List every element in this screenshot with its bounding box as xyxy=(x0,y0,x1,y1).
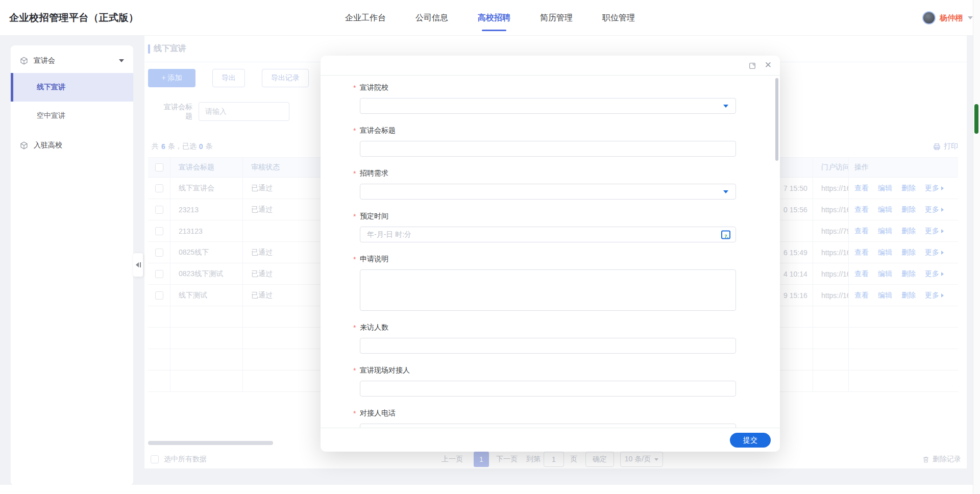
col-title: 宣讲会标题 xyxy=(170,158,243,177)
delete-records-button[interactable]: 删除记录 xyxy=(922,455,961,464)
row-action-查看[interactable]: 查看 xyxy=(854,184,869,193)
row-action-查看[interactable]: 查看 xyxy=(854,248,869,257)
page-scrollbar-thumb[interactable] xyxy=(974,104,978,134)
fullscreen-icon[interactable] xyxy=(748,62,756,71)
row-action-查看[interactable]: 查看 xyxy=(854,291,869,300)
printer-icon xyxy=(933,143,941,151)
goto-confirm-button[interactable]: 确定 xyxy=(585,452,614,467)
nav-tab-职位管理[interactable]: 职位管理 xyxy=(602,0,635,36)
row-checkbox[interactable] xyxy=(155,291,163,300)
row-time-cell: 4 10:14 xyxy=(777,263,813,284)
row-portal-cell: https://16 xyxy=(813,242,849,263)
row-action-更多[interactable]: 更多 xyxy=(925,248,944,257)
row-action-更多[interactable]: 更多 xyxy=(925,227,944,236)
row-checkbox[interactable] xyxy=(155,184,163,192)
prev-page-button[interactable]: 上一页 xyxy=(442,455,463,464)
empty-cell xyxy=(170,306,243,327)
row-action-更多[interactable]: 更多 xyxy=(925,184,944,193)
dialog-body: *宣讲院校*宣讲会标题*招聘需求*预定时间年-月-日 时:分7,*申请说明*来访… xyxy=(321,76,780,428)
row-action-查看[interactable]: 查看 xyxy=(854,227,869,236)
col-portal: 门户访问 xyxy=(813,158,849,177)
input-field[interactable] xyxy=(360,338,736,354)
nav-tab-高校招聘[interactable]: 高校招聘 xyxy=(478,0,510,36)
input-field[interactable] xyxy=(360,381,736,397)
row-action-编辑[interactable]: 编辑 xyxy=(878,205,892,214)
select-all-checkbox[interactable] xyxy=(155,163,163,171)
sidebar-item-线下宣讲[interactable]: 线下宣讲 xyxy=(11,73,133,102)
field-label: *预定时间 xyxy=(360,212,736,220)
next-page-button[interactable]: 下一页 xyxy=(496,455,518,464)
select-all-data-checkbox[interactable] xyxy=(151,455,159,463)
row-action-删除[interactable]: 删除 xyxy=(901,291,916,300)
export-button[interactable]: 导出 xyxy=(212,69,245,87)
row-time-cell: 6 15:49 xyxy=(777,242,813,263)
row-checkbox[interactable] xyxy=(155,206,163,214)
goto-page-input[interactable]: 1 xyxy=(544,452,564,467)
current-page[interactable]: 1 xyxy=(474,452,489,467)
row-portal-cell: https://16 xyxy=(813,199,849,220)
field-label-text: 来访人数 xyxy=(360,323,388,331)
empty-cell xyxy=(148,328,170,349)
select-field[interactable] xyxy=(360,98,736,114)
nav-tab-公司信息[interactable]: 公司信息 xyxy=(415,0,448,36)
row-action-删除[interactable]: 删除 xyxy=(901,269,916,279)
field-label-text: 宣讲会标题 xyxy=(360,126,396,134)
row-action-删除[interactable]: 删除 xyxy=(901,248,916,257)
row-title-cell: 23213 xyxy=(170,199,243,220)
form-field-宣讲现场对接人: *宣讲现场对接人 xyxy=(360,366,736,397)
row-action-更多[interactable]: 更多 xyxy=(925,205,944,214)
row-checkbox[interactable] xyxy=(155,249,163,257)
row-title-cell: 线下宣讲会 xyxy=(170,178,243,199)
row-checkbox[interactable] xyxy=(155,270,163,278)
search-input[interactable]: 请输入 xyxy=(199,102,289,121)
sidebar-group-speech[interactable]: 宣讲会 xyxy=(11,48,133,73)
empty-cell xyxy=(813,328,849,349)
row-portal-cell: https://16 xyxy=(813,178,849,199)
row-time-cell: 9 15:16 xyxy=(777,285,813,306)
page-size-select[interactable]: 10 条/页 xyxy=(620,452,663,467)
trash-icon xyxy=(922,456,929,463)
row-action-更多[interactable]: 更多 xyxy=(925,291,944,300)
row-action-删除[interactable]: 删除 xyxy=(901,184,916,193)
required-star: * xyxy=(353,84,356,92)
row-action-编辑[interactable]: 编辑 xyxy=(878,227,892,236)
sidebar-group-schools[interactable]: 入驻高校 xyxy=(11,133,133,158)
row-actions-cell: 查看编辑删除更多 xyxy=(849,199,958,220)
row-action-查看[interactable]: 查看 xyxy=(854,269,869,279)
row-action-更多[interactable]: 更多 xyxy=(925,269,944,279)
page-scrollbar[interactable] xyxy=(973,0,980,494)
textarea-field[interactable] xyxy=(360,269,736,311)
row-action-编辑[interactable]: 编辑 xyxy=(878,291,892,300)
row-checkbox[interactable] xyxy=(155,227,163,235)
required-star: * xyxy=(353,255,356,264)
row-action-编辑[interactable]: 编辑 xyxy=(878,269,892,279)
empty-cell xyxy=(148,370,170,391)
more-arrow-icon xyxy=(941,186,944,190)
export-records-button[interactable]: 导出记录 xyxy=(262,69,309,87)
row-action-编辑[interactable]: 编辑 xyxy=(878,248,892,257)
row-action-删除[interactable]: 删除 xyxy=(901,227,916,236)
empty-cell xyxy=(813,306,849,327)
row-action-删除[interactable]: 删除 xyxy=(901,205,916,214)
sidebar-item-空中宣讲[interactable]: 空中宣讲 xyxy=(11,102,133,130)
date-field[interactable]: 年-月-日 时:分7, xyxy=(360,227,736,242)
field-label-text: 招聘需求 xyxy=(360,169,388,177)
nav-tab-企业工作台[interactable]: 企业工作台 xyxy=(345,0,386,36)
close-icon[interactable]: ✕ xyxy=(765,60,772,70)
horizontal-scrollbar[interactable] xyxy=(148,441,273,445)
row-action-编辑[interactable]: 编辑 xyxy=(878,184,892,193)
row-checkbox-cell xyxy=(148,285,170,306)
input-field[interactable] xyxy=(360,141,736,157)
select-all-data[interactable]: 选中所有数据 xyxy=(151,455,207,464)
nav-tab-简历管理[interactable]: 简历管理 xyxy=(540,0,573,36)
print-button[interactable]: 打印 xyxy=(933,142,958,151)
row-action-查看[interactable]: 查看 xyxy=(854,205,869,214)
sidebar-collapse-handle[interactable] xyxy=(133,253,143,277)
top-nav: 企业工作台公司信息高校招聘简历管理职位管理 xyxy=(345,0,635,36)
select-field[interactable] xyxy=(360,184,736,200)
dialog-scrollbar-thumb[interactable] xyxy=(775,78,778,161)
add-button[interactable]: + 添加 xyxy=(148,69,195,87)
user-menu[interactable]: 杨仲栩 xyxy=(922,0,973,36)
cube-icon xyxy=(19,56,29,65)
submit-button[interactable]: 提交 xyxy=(730,433,771,448)
